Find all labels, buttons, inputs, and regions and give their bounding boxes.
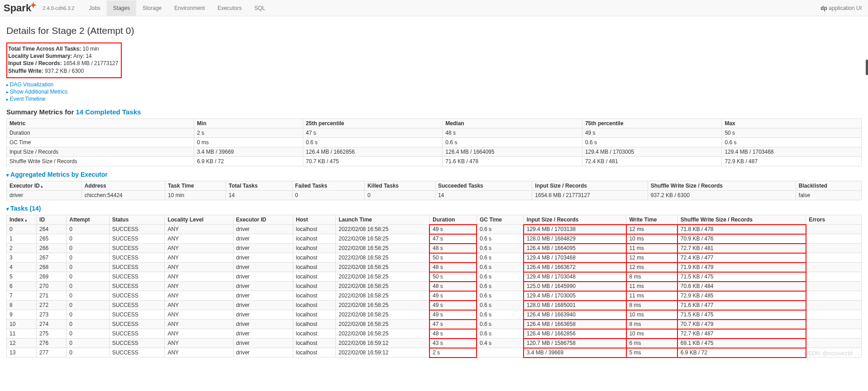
col-duration[interactable]: Duration — [429, 215, 477, 225]
cell: 0.6 s — [477, 263, 524, 272]
col-input-size-records[interactable]: Input Size / Records — [524, 215, 626, 225]
col-input-size-records[interactable]: Input Size / Records — [532, 181, 648, 191]
cell: 49 s — [429, 310, 477, 320]
nav-tab-environment[interactable]: Environment — [168, 0, 211, 16]
col-address[interactable]: Address — [81, 181, 165, 191]
cell: 2022/02/08 16:58:25 — [336, 282, 430, 291]
stat-input: Input Size / Records: 1654.8 MB / 217731… — [8, 60, 118, 67]
cell: 11 ms — [626, 244, 677, 253]
table-row: 122760SUCCESSANYdriverlocalhost2022/02/0… — [7, 339, 862, 348]
side-handle[interactable] — [866, 60, 868, 75]
col-locality-level[interactable]: Locality Level — [165, 215, 233, 225]
col-succeeded-tasks[interactable]: Succeeded Tasks — [435, 181, 532, 191]
cell: 3.4 MB / 39669 — [524, 348, 626, 358]
col-attempt[interactable]: Attempt — [67, 215, 109, 225]
nav-tab-sql[interactable]: SQL — [248, 0, 272, 16]
col-id[interactable]: ID — [37, 215, 67, 225]
tasks-toggle[interactable]: Tasks (14) — [6, 205, 862, 212]
cell: 6 ms — [626, 339, 677, 348]
cell: 269 — [37, 272, 67, 282]
cell: 0 — [67, 272, 109, 282]
cell: 48 s — [429, 263, 477, 272]
link-show-additional-metrics[interactable]: Show Additional Metrics — [6, 88, 862, 95]
cell: 0 ms — [194, 138, 303, 147]
cell: SUCCESS — [109, 272, 165, 282]
cell: 1 — [7, 234, 37, 244]
cell: localhost — [293, 348, 335, 358]
col-median[interactable]: Median — [443, 119, 582, 128]
col-gc-time[interactable]: GC Time — [477, 215, 524, 225]
col-executor-id[interactable]: Executor ID — [7, 181, 82, 191]
col-killed-tasks[interactable]: Killed Tasks — [364, 181, 435, 191]
cell — [806, 253, 862, 263]
link-dag-visualization[interactable]: DAG Visualization — [6, 81, 862, 88]
table-row: 102740SUCCESSANYdriverlocalhost2022/02/0… — [7, 320, 862, 329]
cell: 2022/02/08 16:58:25 — [336, 225, 430, 234]
cell: SUCCESS — [109, 339, 165, 348]
cell: localhost — [293, 263, 335, 272]
cell: 0.6 s — [477, 291, 524, 301]
cell: 126.4 MB / 1662856 — [524, 329, 626, 339]
cell: Shuffle Write Size / Records — [7, 157, 194, 166]
col-blacklisted[interactable]: Blacklisted — [796, 181, 861, 191]
col-index[interactable]: Index — [7, 215, 37, 225]
spark-logo[interactable]: Spark✦ — [3, 2, 38, 14]
cell: 48 s — [443, 128, 582, 138]
cell: 5 — [7, 272, 37, 282]
cell: ANY — [165, 282, 233, 291]
col-status[interactable]: Status — [109, 215, 165, 225]
tasks-table: IndexIDAttemptStatusLocality LevelExecut… — [6, 215, 862, 358]
link-event-timeline[interactable]: Event Timeline — [6, 95, 862, 103]
cell: 277 — [37, 348, 67, 358]
col-errors[interactable]: Errors — [806, 215, 862, 225]
cell: 0.6 s — [477, 272, 524, 282]
cell: 72.7 KB / 487 — [677, 329, 806, 339]
cell: 2 s — [429, 348, 477, 358]
cell: driver — [7, 191, 82, 200]
cell: 3.4 MB / 39669 — [194, 147, 303, 157]
nav-tab-stages[interactable]: Stages — [107, 0, 136, 16]
aggregated-toggle[interactable]: Aggregated Metrics by Executor — [6, 171, 862, 178]
cell: 0 — [7, 225, 37, 234]
table-row: 52690SUCCESSANYdriverlocalhost2022/02/08… — [7, 272, 862, 282]
cell: driver — [233, 263, 293, 272]
col-host[interactable]: Host — [293, 215, 335, 225]
col-shuffle-write-size-records[interactable]: Shuffle Write Size / Records — [677, 215, 806, 225]
col-executor-id[interactable]: Executor ID — [233, 215, 293, 225]
table-row: 62700SUCCESSANYdriverlocalhost2022/02/08… — [7, 282, 862, 291]
cell: driver — [233, 291, 293, 301]
cell: SUCCESS — [109, 301, 165, 310]
cell: 0.6 s — [477, 320, 524, 329]
nav-tab-executors[interactable]: Executors — [211, 0, 248, 16]
col-25th-percentile[interactable]: 25th percentile — [303, 119, 443, 128]
cell: SUCCESS — [109, 253, 165, 263]
col-max[interactable]: Max — [722, 119, 862, 128]
col-launch-time[interactable]: Launch Time — [336, 215, 430, 225]
col-write-time[interactable]: Write Time — [626, 215, 677, 225]
nav-tab-storage[interactable]: Storage — [136, 0, 168, 16]
cell: 8 ms — [626, 272, 677, 282]
col-total-tasks[interactable]: Total Tasks — [226, 181, 292, 191]
cell: 2 — [7, 244, 37, 253]
cell — [806, 272, 862, 282]
cell: 0 — [67, 320, 109, 329]
col-shuffle-write-size-records[interactable]: Shuffle Write Size / Records — [648, 181, 796, 191]
completed-tasks-link[interactable]: 14 Completed Tasks — [76, 108, 141, 116]
cell: 129.4 MB / 1703005 — [582, 147, 722, 157]
cell: localhost — [293, 329, 335, 339]
cell: SUCCESS — [109, 234, 165, 244]
cell: 0.6 s — [477, 244, 524, 253]
cell: 0 — [67, 310, 109, 320]
nav-tab-jobs[interactable]: Jobs — [83, 0, 107, 16]
cell: 0 — [67, 291, 109, 301]
cell: localhost — [293, 234, 335, 244]
col-75th-percentile[interactable]: 75th percentile — [582, 119, 722, 128]
app-name: dp application UI — [820, 5, 862, 11]
cell — [806, 310, 862, 320]
col-min[interactable]: Min — [194, 119, 303, 128]
col-metric[interactable]: Metric — [7, 119, 194, 128]
col-task-time[interactable]: Task Time — [165, 181, 226, 191]
col-failed-tasks[interactable]: Failed Tasks — [292, 181, 364, 191]
cell: localhost — [293, 291, 335, 301]
cell: 71.5 KB / 475 — [677, 310, 806, 320]
